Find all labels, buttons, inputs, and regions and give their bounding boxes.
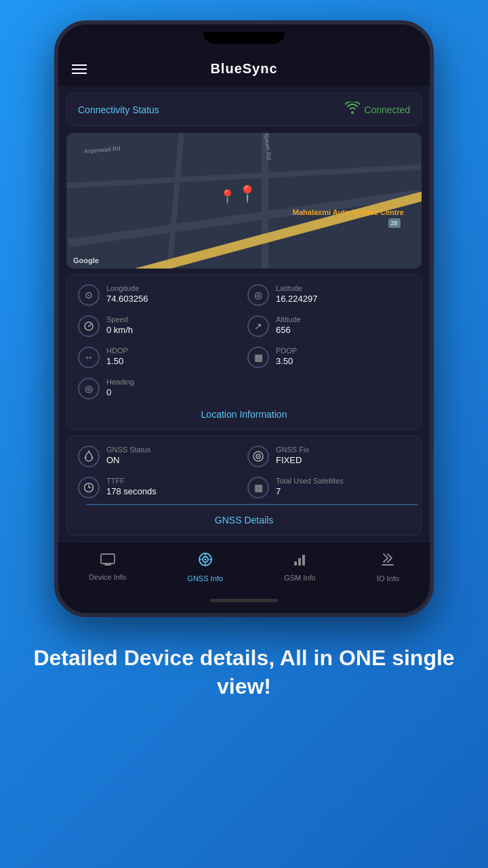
heading-item: ◎ Heading 0 bbox=[78, 378, 241, 399]
pdop-label: PDOP bbox=[276, 347, 297, 355]
longitude-icon: ⊙ bbox=[78, 284, 100, 306]
road-label-1: Anjanwad Rd bbox=[84, 145, 121, 155]
app-header: BlueSync bbox=[58, 52, 430, 86]
connectivity-label: Connectivity Status bbox=[78, 104, 159, 115]
gnss-divider bbox=[86, 504, 418, 505]
pdop-item: ▦ PDOP 3.50 bbox=[247, 347, 410, 368]
promo-heading: Detailed Device details, All in ONE sing… bbox=[27, 644, 461, 701]
altitude-text: Altitude 656 bbox=[276, 315, 301, 335]
heading-value: 0 bbox=[106, 387, 134, 397]
nav-io-info[interactable]: IO Info bbox=[366, 549, 410, 585]
ttff-item: TTFF 178 seconds bbox=[78, 477, 241, 498]
gnss-status-label: GNSS Status bbox=[106, 446, 150, 454]
altitude-item: ↗ Altitude 656 bbox=[247, 315, 410, 337]
gsm-info-label: GSM Info bbox=[284, 574, 315, 582]
nav-device-info[interactable]: Device Info bbox=[78, 550, 137, 584]
road-v2 bbox=[167, 133, 184, 269]
svg-rect-11 bbox=[298, 558, 301, 566]
svg-rect-6 bbox=[101, 554, 115, 564]
phone-device: BlueSync Connectivity Status Connected bbox=[54, 20, 434, 617]
latitude-item: ◎ Latitude 16.224297 bbox=[247, 284, 410, 306]
hdop-icon: ↔ bbox=[78, 347, 100, 368]
hdop-value: 1.50 bbox=[106, 356, 128, 366]
speed-value: 0 km/h bbox=[106, 325, 133, 335]
gnss-info-label: GNSS Info bbox=[187, 574, 223, 583]
io-info-icon bbox=[380, 551, 396, 572]
latitude-label: Latitude bbox=[276, 284, 317, 292]
svg-point-1 bbox=[88, 326, 89, 327]
latitude-text: Latitude 16.224297 bbox=[276, 284, 317, 304]
nav-gsm-info[interactable]: GSM Info bbox=[273, 549, 326, 585]
satellites-icon: ▦ bbox=[247, 477, 269, 498]
svg-point-4 bbox=[258, 456, 259, 457]
svg-point-9 bbox=[204, 559, 206, 561]
speed-item: Speed 0 km/h bbox=[78, 315, 241, 337]
longitude-item: ⊙ Longitude 74.603256 bbox=[78, 284, 241, 306]
gnss-info-grid: GNSS Status ON GNSS Fix FIXED bbox=[78, 446, 410, 498]
promo-section: Detailed Device details, All in ONE sing… bbox=[0, 617, 488, 728]
hdop-item: ↔ HDOP 1.50 bbox=[78, 347, 241, 368]
device-info-icon bbox=[100, 553, 116, 570]
nav-gnss-info[interactable]: GNSS Info bbox=[176, 549, 234, 585]
hdop-label: HDOP bbox=[106, 347, 128, 355]
pdop-icon: ▦ bbox=[247, 347, 269, 368]
gnss-status-text: GNSS Status ON bbox=[106, 446, 150, 465]
gnss-status-icon bbox=[78, 446, 100, 467]
location-info-card: ⊙ Longitude 74.603256 ◎ Latitude 16.2242… bbox=[66, 274, 422, 430]
ttff-text: TTFF 178 seconds bbox=[106, 477, 157, 496]
altitude-icon: ↗ bbox=[247, 315, 269, 337]
heading-label: Heading bbox=[106, 378, 134, 386]
satellites-label: Total Used Satellites bbox=[276, 477, 344, 485]
pdop-text: PDOP 3.50 bbox=[276, 347, 297, 366]
map-pin-blue: 📍 bbox=[219, 189, 236, 205]
phone-top-bar bbox=[58, 24, 430, 52]
home-bar bbox=[210, 599, 278, 602]
app-title: BlueSync bbox=[210, 61, 277, 77]
map-place-label: Mahalaxmi Auto Service Centre bbox=[293, 208, 404, 217]
altitude-value: 656 bbox=[276, 325, 301, 335]
map-container[interactable]: Anjanwad Rd Belgaum Rd Mahalaxmi Auto Se… bbox=[66, 133, 422, 269]
app-screen: BlueSync Connectivity Status Connected bbox=[58, 52, 430, 613]
location-info-link[interactable]: Location Information bbox=[78, 409, 410, 420]
bottom-navigation: Device Info GNSS Info bbox=[58, 541, 430, 592]
heading-text: Heading 0 bbox=[106, 378, 134, 397]
latitude-icon: ◎ bbox=[247, 284, 269, 306]
satellites-value: 7 bbox=[276, 486, 344, 496]
gnss-fix-text: GNSS Fix FIXED bbox=[276, 446, 309, 465]
connected-text: Connected bbox=[364, 104, 410, 115]
gnss-fix-icon bbox=[247, 446, 269, 467]
longitude-text: Longitude 74.603256 bbox=[106, 284, 148, 304]
pdop-value: 3.50 bbox=[276, 356, 297, 366]
connectivity-status: Connected bbox=[345, 102, 410, 117]
altitude-label: Altitude bbox=[276, 315, 301, 323]
gnss-info-icon bbox=[197, 551, 214, 572]
gnss-status-item: GNSS Status ON bbox=[78, 446, 241, 467]
device-info-label: Device Info bbox=[89, 573, 126, 581]
speed-text: Speed 0 km/h bbox=[106, 315, 133, 335]
camera-notch bbox=[203, 32, 285, 44]
gnss-details-link[interactable]: GNSS Details bbox=[78, 515, 410, 526]
gnss-details-card: GNSS Status ON GNSS Fix FIXED bbox=[66, 435, 422, 536]
latitude-value: 16.224297 bbox=[276, 294, 317, 304]
gnss-status-value: ON bbox=[106, 455, 150, 465]
ttff-icon bbox=[78, 477, 100, 498]
gnss-fix-label: GNSS Fix bbox=[276, 446, 309, 454]
longitude-value: 74.603256 bbox=[106, 294, 148, 304]
menu-button[interactable] bbox=[72, 64, 87, 74]
map-background: Anjanwad Rd Belgaum Rd Mahalaxmi Auto Se… bbox=[66, 133, 422, 269]
home-indicator bbox=[58, 592, 430, 613]
location-info-grid: ⊙ Longitude 74.603256 ◎ Latitude 16.2242… bbox=[78, 284, 410, 399]
connectivity-bar: Connectivity Status Connected bbox=[66, 93, 422, 126]
wifi-icon bbox=[345, 102, 360, 117]
gnss-fix-item: GNSS Fix FIXED bbox=[247, 446, 410, 467]
gsm-info-icon bbox=[292, 552, 307, 571]
satellites-item: ▦ Total Used Satellites 7 bbox=[247, 477, 410, 498]
speed-label: Speed bbox=[106, 315, 133, 323]
hdop-text: HDOP 1.50 bbox=[106, 347, 128, 366]
ttff-value: 178 seconds bbox=[106, 486, 157, 496]
satellites-text: Total Used Satellites 7 bbox=[276, 477, 344, 496]
map-pin: 📍 bbox=[237, 184, 258, 203]
google-watermark: Google bbox=[73, 256, 99, 264]
road-number: 28 bbox=[388, 218, 401, 228]
svg-rect-10 bbox=[294, 561, 297, 566]
